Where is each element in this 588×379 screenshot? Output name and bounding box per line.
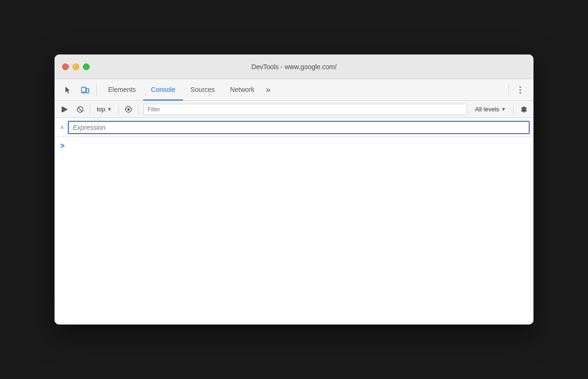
block-button[interactable] xyxy=(74,103,87,116)
minimize-button[interactable] xyxy=(73,63,79,70)
console-separator-1 xyxy=(90,105,90,114)
console-toolbar: top ▼ All levels ▼ xyxy=(55,101,533,118)
console-separator-3 xyxy=(138,105,138,114)
tab-list: Elements Console Sources Network » xyxy=(101,79,505,100)
context-selector[interactable]: top ▼ xyxy=(93,103,116,116)
console-prompt-area: > xyxy=(55,137,533,156)
console-chevron: > xyxy=(60,142,64,150)
tab-console[interactable]: Console xyxy=(143,79,183,100)
live-expression-bar: × xyxy=(55,118,533,137)
tab-network[interactable]: Network xyxy=(222,79,262,100)
more-options-button[interactable] xyxy=(513,82,528,98)
gear-icon xyxy=(519,106,527,113)
svg-line-9 xyxy=(78,107,83,111)
svg-point-3 xyxy=(520,86,521,88)
device-toolbar-button[interactable] xyxy=(77,82,92,98)
maximize-button[interactable] xyxy=(83,63,90,70)
tab-elements[interactable]: Elements xyxy=(101,79,143,100)
window-title: DevTools - www.google.com/ xyxy=(251,63,337,71)
toolbar-separator xyxy=(96,84,97,96)
console-separator-4 xyxy=(513,105,514,114)
live-expression-close-button[interactable]: × xyxy=(58,122,66,133)
close-button[interactable] xyxy=(62,63,69,70)
settings-button[interactable] xyxy=(516,103,530,116)
svg-marker-6 xyxy=(63,107,68,112)
svg-point-4 xyxy=(520,89,521,90)
play-icon xyxy=(61,106,69,113)
device-icon xyxy=(81,86,89,94)
svg-point-5 xyxy=(520,92,521,93)
cursor-icon xyxy=(64,86,72,94)
main-toolbar: Elements Console Sources Network » xyxy=(55,79,533,101)
eye-button[interactable] xyxy=(122,103,135,116)
console-separator-2 xyxy=(119,105,119,114)
more-tabs-button[interactable]: » xyxy=(262,79,274,100)
eye-icon xyxy=(125,106,132,113)
kebab-icon xyxy=(519,86,521,94)
devtools-window: DevTools - www.google.com/ Elements Cons… xyxy=(55,54,533,325)
live-expression-input[interactable] xyxy=(68,121,530,134)
select-element-button[interactable] xyxy=(60,82,75,98)
tab-sources[interactable]: Sources xyxy=(183,79,222,100)
console-content: × > xyxy=(55,118,533,325)
traffic-lights xyxy=(62,63,90,70)
toolbar-separator-2 xyxy=(508,84,509,96)
titlebar: DevTools - www.google.com/ xyxy=(55,54,533,79)
block-icon xyxy=(76,106,84,113)
levels-selector[interactable]: All levels ▼ xyxy=(471,103,510,116)
filter-input[interactable] xyxy=(143,104,467,115)
levels-dropdown-arrow: ▼ xyxy=(501,107,506,112)
context-dropdown-arrow: ▼ xyxy=(107,107,112,112)
svg-point-10 xyxy=(127,108,129,110)
svg-rect-1 xyxy=(86,89,89,93)
clear-console-button[interactable] xyxy=(58,103,72,116)
